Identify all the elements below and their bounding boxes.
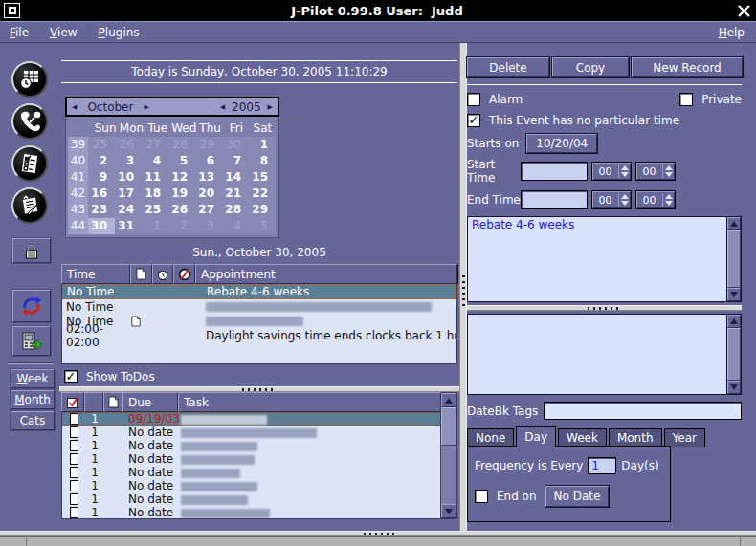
calendar-day[interactable]: 1 <box>249 137 276 153</box>
next-month-arrow[interactable]: ▶ <box>139 103 153 111</box>
lock-button[interactable] <box>12 238 51 263</box>
spinner-arrows-icon[interactable] <box>619 165 631 177</box>
todo-col-completed[interactable] <box>61 392 84 412</box>
address-nav-button[interactable] <box>11 103 48 140</box>
todo-checkbox[interactable] <box>70 426 78 438</box>
memo-nav-button[interactable] <box>11 187 48 224</box>
todo-row[interactable]: 109/19/03 <box>62 412 440 426</box>
repeat-tab-none[interactable]: None <box>467 428 514 447</box>
todo-row[interactable]: 1No date <box>62 439 440 452</box>
end-on-date-button[interactable]: No Date <box>545 486 610 507</box>
calendar-day[interactable]: 10 <box>115 169 142 186</box>
datebook-nav-button[interactable] <box>11 61 48 98</box>
todo-col-task[interactable]: Task <box>178 392 441 412</box>
calendar-day[interactable]: 8 <box>249 153 276 169</box>
scroll-down-button[interactable] <box>441 504 456 518</box>
calendar-day[interactable]: 21 <box>222 186 249 202</box>
next-year-arrow[interactable]: ▶ <box>263 103 278 111</box>
prev-year-arrow[interactable]: ◀ <box>215 103 230 111</box>
todo-checkbox[interactable] <box>70 493 78 505</box>
appt-col-time[interactable]: Time <box>61 264 130 284</box>
calendar-day[interactable]: 6 <box>195 153 222 169</box>
calendar-day[interactable]: 2 <box>168 218 195 234</box>
calendar-day[interactable]: 19 <box>168 186 195 202</box>
calendar-day[interactable]: 23 <box>88 202 115 218</box>
todo-scrollbar[interactable] <box>441 392 457 519</box>
menu-view[interactable]: View <box>50 26 77 39</box>
appt-col-alarm[interactable] <box>152 264 173 284</box>
spinner-arrows-icon[interactable] <box>663 194 675 206</box>
end-hour-spinner[interactable]: 00 <box>591 190 632 209</box>
todo-row[interactable]: 1No date <box>62 492 440 506</box>
todo-checkbox[interactable] <box>70 413 78 425</box>
calendar-day[interactable]: 4 <box>142 153 168 169</box>
calendar-day[interactable]: 25 <box>142 202 168 218</box>
repeat-tab-month[interactable]: Month <box>609 428 662 447</box>
textarea-splitter[interactable] <box>467 305 742 311</box>
backup-button[interactable] <box>12 326 51 356</box>
todo-checkbox[interactable] <box>70 440 78 451</box>
start-hour-spinner[interactable]: 00 <box>591 162 632 181</box>
calendar-day[interactable]: 18 <box>142 186 168 202</box>
calendar-day[interactable]: 1 <box>142 218 168 234</box>
calendar-day[interactable]: 28 <box>168 137 195 153</box>
start-minute-spinner[interactable]: 00 <box>635 162 676 181</box>
delete-button[interactable]: Delete <box>467 57 549 77</box>
calendar-day[interactable]: 30 <box>222 137 249 153</box>
private-checkbox[interactable] <box>679 93 693 106</box>
todo-nav-button[interactable] <box>11 145 48 182</box>
copy-button[interactable]: Copy <box>552 57 629 77</box>
show-todos-checkbox[interactable]: ✓ <box>64 370 78 383</box>
calendar-day[interactable]: 26 <box>115 137 142 153</box>
appointment-row[interactable]: No TimeRebate 4-6 weeks <box>62 284 456 299</box>
window-restore-button[interactable] <box>4 3 20 18</box>
spinner-arrows-icon[interactable] <box>619 194 631 206</box>
calendar-day[interactable]: 7 <box>222 153 249 169</box>
calendar-day[interactable]: 31 <box>115 218 142 234</box>
main-vertical-splitter[interactable] <box>459 43 467 531</box>
calendar-day[interactable]: 20 <box>195 186 222 202</box>
todo-row[interactable]: 1No date <box>62 426 440 439</box>
todo-row[interactable]: 1No date <box>62 506 440 519</box>
window-close-button[interactable] <box>734 2 753 19</box>
calendar-day[interactable]: 3 <box>115 153 142 169</box>
menu-help[interactable]: Help <box>719 26 745 39</box>
start-time-input[interactable] <box>521 162 588 181</box>
todo-row[interactable]: 1No date <box>62 452 440 466</box>
calendar-day[interactable]: 17 <box>115 186 142 202</box>
todo-checkbox[interactable] <box>70 467 78 478</box>
menu-file[interactable]: File <box>10 26 29 39</box>
description-scrollbar[interactable] <box>726 217 741 301</box>
calendar-day-selected[interactable]: 30 <box>88 218 115 234</box>
scrollbar-track[interactable] <box>441 407 456 504</box>
end-minute-spinner[interactable]: 00 <box>635 190 676 209</box>
starts-on-date-button[interactable]: 10/20/04 <box>526 134 597 153</box>
calendar-day[interactable]: 14 <box>222 169 249 186</box>
prev-month-arrow[interactable]: ◀ <box>67 103 81 111</box>
repeat-tab-week[interactable]: Week <box>558 428 607 447</box>
repeat-tab-day[interactable]: Day <box>516 426 556 447</box>
spinner-arrows-icon[interactable] <box>663 165 675 177</box>
todo-col-priority[interactable] <box>84 392 103 412</box>
alarm-checkbox[interactable] <box>467 93 480 106</box>
calendar-day[interactable]: 27 <box>195 202 222 218</box>
repeat-tab-year[interactable]: Year <box>664 428 705 447</box>
todo-col-note[interactable] <box>103 392 122 412</box>
appointment-row[interactable]: 02:00-02:00Daylight savings time ends cl… <box>62 328 456 342</box>
no-time-checkbox[interactable]: ✓ <box>467 114 480 127</box>
scrollbar-thumb[interactable] <box>727 230 741 288</box>
calendar-day[interactable]: 5 <box>168 153 195 169</box>
calendar-day[interactable]: 27 <box>142 137 168 153</box>
note-scrollbar[interactable] <box>726 315 741 394</box>
todo-checkbox[interactable] <box>70 480 78 491</box>
appt-col-repeat[interactable] <box>173 264 195 284</box>
scrollbar-thumb[interactable] <box>727 328 741 381</box>
sidebar-cats-button[interactable]: Cats <box>11 411 55 430</box>
calendar-day[interactable]: 4 <box>222 218 249 234</box>
scroll-up-button[interactable] <box>727 315 741 328</box>
new-record-button[interactable]: New Record <box>632 57 743 77</box>
calendar-day[interactable]: 5 <box>249 218 276 234</box>
calendar-day[interactable]: 2 <box>88 153 115 169</box>
appointment-row[interactable]: No Time <box>62 299 456 314</box>
calendar-day[interactable]: 11 <box>142 169 168 186</box>
